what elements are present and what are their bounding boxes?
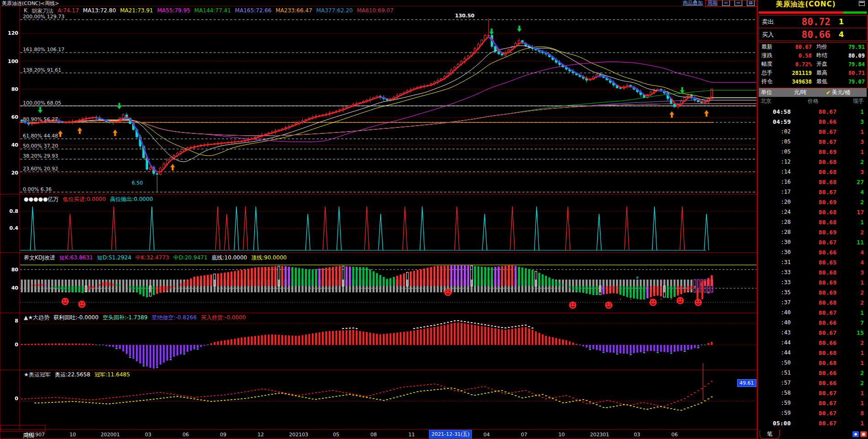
tick-time: :12 (759, 159, 791, 165)
tick-row[interactable]: :2080.692 (759, 197, 867, 207)
tick-row[interactable]: :3380.683 (759, 267, 867, 277)
stat-label: 最低 (816, 78, 832, 85)
buy-arrow-icon (704, 110, 709, 116)
sell-arrow-icon (680, 87, 685, 94)
tick-row[interactable]: :0280.671 (759, 127, 867, 137)
unit-toggle-row[interactable]: 单位 元/吨 ✔ 美元/桶 (759, 88, 867, 97)
unit-label: 单位 (761, 89, 772, 96)
tick-time: :43 (759, 329, 791, 336)
tick-qty: 2 (836, 199, 864, 206)
tick-qty: 17 (836, 209, 864, 216)
tick-qty: 4 (836, 249, 864, 256)
tick-row[interactable]: :0580.673 (759, 137, 867, 147)
tick-row[interactable]: :5980.678 (759, 408, 867, 418)
tick-row[interactable]: :4080.667 (759, 317, 867, 328)
status-icon-blue[interactable]: ◆ (852, 431, 859, 437)
tick-list[interactable]: 04:5880.67104:5980.663:0280.671:0580.673… (759, 106, 867, 428)
tick-time: :31 (759, 259, 791, 265)
tick-price: 80.67 (791, 309, 836, 316)
tick-time: :40 (759, 309, 791, 316)
tick-qty: 4 (836, 189, 864, 196)
unit-cny[interactable]: 元/吨 (794, 89, 807, 96)
tick-row[interactable]: :3180.654 (759, 257, 867, 267)
tick-time: :16 (759, 179, 791, 185)
tick-price: 80.68 (791, 219, 836, 226)
stat-value: 281119 (777, 70, 812, 76)
split-view-icon[interactable]: ⊟ (747, 0, 755, 6)
tick-price: 80.67 (791, 400, 836, 407)
quote-stats: 最新80.67均价79.91涨跌0.58昨结80.09幅度0.72%开盘79.8… (759, 42, 868, 88)
status-icon-red[interactable]: ▣ (860, 431, 867, 437)
tick-row[interactable]: :2880.681 (759, 217, 867, 227)
tick-row[interactable]: :1480.683 (759, 167, 867, 177)
tick-price: 80.69 (791, 289, 836, 296)
tick-row[interactable]: :0580.691 (759, 147, 867, 157)
tick-row[interactable]: :1280.682 (759, 157, 867, 167)
ask-row[interactable]: 卖出 80.72 1 (759, 15, 868, 28)
tick-row[interactable]: :5180.662 (759, 368, 867, 378)
unit-usd[interactable]: 美元/桶 (832, 89, 850, 96)
tick-time: :35 (759, 289, 791, 296)
tick-row[interactable]: :5980.671 (759, 398, 867, 408)
tick-row[interactable]: :3580.692 (759, 287, 867, 297)
tick-price: 80.68 (791, 169, 836, 175)
tick-row[interactable]: :3780.682 (759, 297, 867, 307)
prev-arrow-icon[interactable]: ⇦ (722, 0, 730, 6)
tick-time: :20 (759, 199, 791, 205)
tick-price: 80.66 (791, 370, 836, 376)
tick-time: :17 (759, 189, 791, 195)
tick-row[interactable]: :4480.681 (759, 348, 867, 358)
tick-row[interactable]: 04:5880.671 (759, 106, 867, 116)
tick-time: 04:59 (759, 118, 791, 125)
tick-time: :58 (759, 390, 791, 396)
overlay-commodity-button[interactable]: 商品叠加 (683, 0, 703, 6)
restore-window-icon[interactable] (859, 1, 865, 6)
stat-value: 80.71 (832, 70, 865, 76)
tick-row[interactable]: :3080.664 (759, 247, 867, 257)
tick-tab[interactable]: 笔 (760, 430, 780, 439)
tick-qty: 27 (836, 179, 864, 185)
period-label[interactable]: 周线 (23, 432, 34, 439)
crosshair-date-badge: 2021-12-31(五) (429, 430, 472, 439)
tick-price: 80.69 (791, 279, 836, 286)
gridlines (20, 20, 756, 192)
tick-row[interactable]: :1780.674 (759, 187, 867, 197)
trading-app-screen: K胡家刀法A:74.17MA13:72.80MA21:73.91MA55:79.… (0, 0, 868, 439)
tick-row[interactable]: :2480.6817 (759, 207, 867, 217)
tick-row[interactable]: 04:5980.663 (759, 116, 867, 127)
tick-row[interactable]: :1680.6827 (759, 177, 867, 187)
period-button[interactable]: 周期 (707, 0, 718, 6)
tick-time: :28 (759, 219, 791, 225)
tick-qty: 1 (836, 360, 864, 366)
bid-row[interactable]: 买入 80.66 4 (759, 28, 868, 41)
smiley-face-icon (649, 299, 657, 306)
tick-row[interactable]: :3380.691 (759, 277, 867, 287)
buy-sell-ratio-bar (759, 11, 867, 14)
tick-row[interactable]: :4480.662 (759, 338, 867, 348)
stat-value: 79.91 (832, 44, 865, 50)
tick-time: :33 (759, 269, 791, 275)
tick-row[interactable]: :3080.6711 (759, 237, 867, 247)
tick-row[interactable]: :5880.671 (759, 388, 867, 398)
tick-row[interactable]: :2880.692 (759, 227, 867, 237)
tick-time: :37 (759, 299, 791, 306)
quote-title: 美原油连(CONC) (758, 0, 854, 9)
olympic-panel (20, 363, 756, 411)
sell-arrow-icon (38, 107, 43, 113)
tick-row[interactable]: 05:0080.671 (759, 418, 867, 428)
tick-price: 80.66 (791, 339, 836, 346)
tick-price: 80.69 (791, 229, 836, 236)
tick-row[interactable]: :4080.671 (759, 307, 867, 317)
kline-chart-canvas[interactable] (0, 0, 757, 439)
olympic-value-tag: 49.61 (737, 379, 756, 387)
tick-time: :14 (759, 169, 791, 175)
ask-label: 卖出 (762, 18, 780, 26)
tick-row[interactable]: :5080.681 (759, 358, 867, 368)
tick-price: 80.68 (791, 360, 836, 366)
tick-qty: 1 (836, 108, 864, 115)
tick-row[interactable]: :5780.662 (759, 378, 867, 388)
tick-row[interactable]: :4380.6715 (759, 328, 867, 338)
tick-time: :40 (759, 319, 791, 326)
next-arrow-icon[interactable]: ⇨ (734, 0, 742, 6)
tick-qty: 1 (836, 349, 864, 356)
